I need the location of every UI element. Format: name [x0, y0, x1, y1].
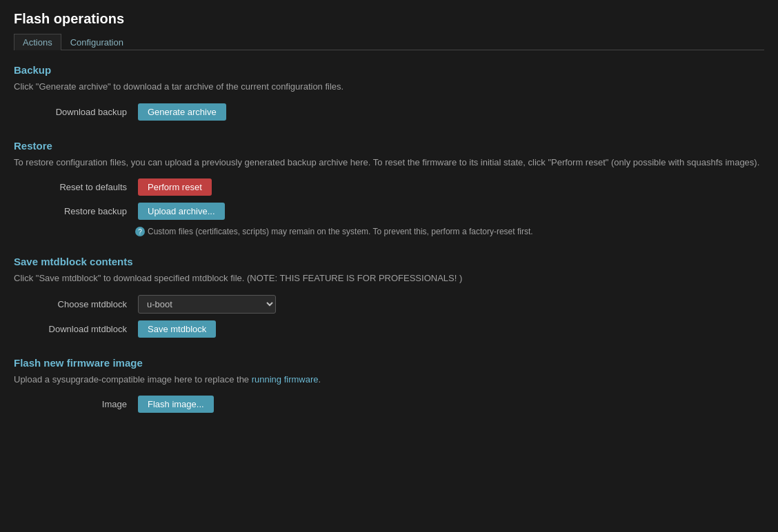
backup-description: Click "Generate archive" to download a t…	[14, 80, 764, 94]
mtdblock-description: Click "Save mtdblock" to download specif…	[14, 272, 764, 285]
download-mtdblock-row: Download mtdblock Save mtdblock	[14, 320, 764, 338]
reset-label: Reset to defaults	[28, 182, 138, 192]
image-label: Image	[28, 399, 138, 409]
restore-section: Restore To restore configuration files, …	[14, 140, 764, 237]
tab-actions[interactable]: Actions	[14, 34, 61, 50]
hint-text-content: Custom files (certificates, scripts) may…	[148, 227, 533, 236]
hint-icon: ?	[135, 227, 145, 236]
download-mtdblock-label: Download mtdblock	[28, 324, 138, 334]
backup-title: Backup	[14, 64, 764, 76]
restore-title: Restore	[14, 140, 764, 152]
firmware-desc-end: .	[319, 374, 321, 385]
choose-mtdblock-label: Choose mtdblock	[28, 299, 138, 309]
restore-backup-label: Restore backup	[28, 206, 138, 216]
mtdblock-select[interactable]: u-boot kernel rootfs rootfs_data	[138, 295, 276, 314]
firmware-desc-start: Upload a sysupgrade-compatible image her…	[14, 374, 252, 385]
restore-backup-row: Restore backup Upload archive...	[14, 203, 764, 220]
mtdblock-title: Save mtdblock contents	[14, 256, 764, 267]
firmware-description: Upload a sysupgrade-compatible image her…	[14, 373, 764, 387]
restore-description: To restore configuration files, you can …	[14, 156, 764, 170]
firmware-link[interactable]: running firmware	[252, 374, 319, 385]
flash-image-button[interactable]: Flash image...	[138, 396, 214, 413]
generate-archive-button[interactable]: Generate archive	[138, 103, 226, 121]
restore-hint: ? Custom files (certificates, scripts) m…	[135, 227, 764, 236]
perform-reset-button[interactable]: Perform reset	[138, 178, 212, 196]
mtdblock-section: Save mtdblock contents Click "Save mtdbl…	[14, 256, 764, 338]
save-mtdblock-button[interactable]: Save mtdblock	[138, 320, 216, 338]
upload-archive-button[interactable]: Upload archive...	[138, 203, 225, 220]
backup-section: Backup Click "Generate archive" to downl…	[14, 64, 764, 121]
flash-image-row: Image Flash image...	[14, 396, 764, 413]
page-wrapper: Flash operations Actions Configuration B…	[0, 0, 778, 443]
firmware-section: Flash new firmware image Upload a sysupg…	[14, 357, 764, 413]
tab-configuration[interactable]: Configuration	[61, 34, 132, 50]
choose-mtdblock-row: Choose mtdblock u-boot kernel rootfs roo…	[14, 295, 764, 314]
firmware-title: Flash new firmware image	[14, 357, 764, 369]
reset-defaults-row: Reset to defaults Perform reset	[14, 178, 764, 196]
download-backup-label: Download backup	[28, 107, 138, 117]
backup-download-row: Download backup Generate archive	[14, 103, 764, 121]
page-title: Flash operations	[14, 11, 764, 27]
tabs-container: Actions Configuration	[14, 34, 764, 50]
